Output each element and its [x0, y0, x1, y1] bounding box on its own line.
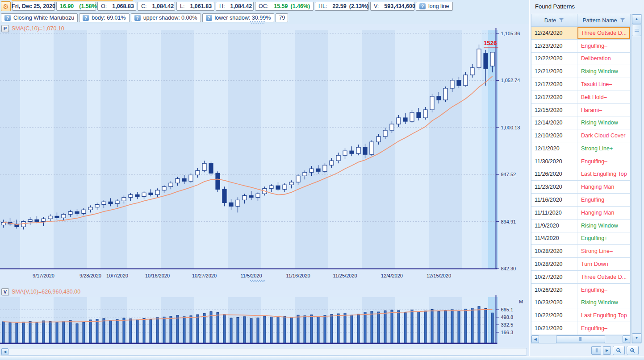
- pattern-row[interactable]: 10/28/2020Turn Down: [531, 258, 630, 271]
- pattern-name-cell[interactable]: Rising Window: [577, 65, 630, 78]
- scroll-left-button[interactable]: ◀: [1, 348, 8, 355]
- pattern-row[interactable]: 10/23/2020Rising Window: [531, 296, 630, 309]
- pattern-row[interactable]: 12/24/2020Three Outside D...: [531, 27, 630, 40]
- pattern-date-cell[interactable]: 11/11/2020: [531, 207, 577, 219]
- pattern-date-cell[interactable]: 12/17/2020: [531, 78, 577, 91]
- pattern-date-cell[interactable]: 12/10/2020: [531, 129, 577, 142]
- pattern-name-cell[interactable]: Rising Window: [577, 116, 630, 129]
- pattern-row[interactable]: 12/10/2020Dark Cloud Cover: [531, 129, 630, 142]
- pattern-row[interactable]: 10/22/2020Last Engulfing Top: [531, 309, 630, 322]
- help-icon[interactable]: ?: [206, 15, 212, 21]
- pattern-row[interactable]: 12/14/2020Rising Window: [531, 116, 630, 129]
- volume-pane-button[interactable]: V: [1, 288, 9, 295]
- pattern-name-cell[interactable]: Engulfing–: [577, 322, 630, 335]
- mini-scroll-right-button[interactable]: ▶: [603, 346, 611, 355]
- pattern-row[interactable]: 11/16/2020Engulfing–: [531, 194, 630, 207]
- pattern-date-cell[interactable]: 12/24/2020: [531, 27, 577, 39]
- pattern-row[interactable]: 12/23/2020Engulfing–: [531, 40, 630, 53]
- pattern-row[interactable]: 12/17/2020Tasuki Line–: [531, 78, 630, 91]
- pattern-name-cell[interactable]: Last Engulfing Top: [577, 168, 630, 181]
- scroll-left-button[interactable]: ◀: [531, 335, 539, 343]
- pattern-row[interactable]: 10/27/2020Three Outside D...: [531, 271, 630, 284]
- pattern-name-cell[interactable]: Engulfing–: [577, 40, 630, 52]
- pattern-name-cell[interactable]: Turn Down: [577, 258, 630, 270]
- pattern-date-cell[interactable]: 12/15/2020: [531, 104, 577, 116]
- horizontal-scroll-track[interactable]: [539, 335, 623, 343]
- pattern-name-cell[interactable]: Tasuki Line–: [577, 78, 630, 91]
- pattern-row[interactable]: 11/26/2020Last Engulfing Top: [531, 168, 630, 181]
- price-volume-chart[interactable]: 1,105.361,052.741,000.13947.52894.91842.…: [0, 24, 529, 356]
- pattern-row[interactable]: 12/15/2020Harami–: [531, 104, 630, 117]
- pattern-date-cell[interactable]: 12/1/2020: [531, 142, 577, 155]
- pattern-date-cell[interactable]: 12/17/2020: [531, 91, 577, 103]
- pattern-date-cell[interactable]: 11/4/2020: [531, 232, 577, 245]
- scroll-down-button[interactable]: ▼: [632, 333, 641, 343]
- pattern-date-cell[interactable]: 11/30/2020: [531, 155, 577, 168]
- help-icon[interactable]: ?: [419, 3, 426, 9]
- help-icon[interactable]: ?: [134, 15, 141, 21]
- pattern-date-cell[interactable]: 10/28/2020: [531, 258, 577, 270]
- pattern-date-cell[interactable]: 11/26/2020: [531, 168, 577, 181]
- pattern-row[interactable]: 12/17/2020Belt Hold–: [531, 91, 630, 104]
- pattern-row[interactable]: 11/4/2020Engulfing+: [531, 232, 630, 245]
- pattern-row[interactable]: 12/21/2020Rising Window: [531, 65, 630, 78]
- settings-button[interactable]: ⚙: [1, 1, 11, 11]
- pattern-row[interactable]: 11/30/2020Engulfing–: [531, 155, 630, 168]
- pattern-name-cell[interactable]: Deliberation: [577, 53, 630, 65]
- vertical-scroll-track[interactable]: [632, 37, 641, 333]
- pattern-name-cell[interactable]: Rising Window: [577, 219, 630, 232]
- pattern-name-cell[interactable]: Strong Line+: [577, 142, 630, 155]
- pattern-name-cell[interactable]: Engulfing–: [577, 284, 630, 296]
- pattern-name-cell[interactable]: Hanging Man: [577, 207, 630, 219]
- zoom-in-button[interactable]: [627, 346, 639, 355]
- pattern-date-cell[interactable]: 10/22/2020: [531, 309, 577, 322]
- pattern-date-cell[interactable]: 12/23/2020: [531, 40, 577, 52]
- filter-icon[interactable]: [620, 18, 625, 23]
- pattern-name-cell[interactable]: Rising Window: [577, 296, 630, 309]
- horizontal-scroll-thumb[interactable]: [556, 335, 605, 343]
- column-header-pattern-name[interactable]: Pattern Name: [577, 14, 630, 26]
- pattern-date-cell[interactable]: 11/16/2020: [531, 194, 577, 206]
- pattern-date-cell[interactable]: 12/21/2020: [531, 65, 577, 78]
- help-icon[interactable]: ?: [83, 15, 89, 21]
- pattern-row[interactable]: 10/26/2020Engulfing–: [531, 284, 630, 297]
- pattern-name-cell[interactable]: Three Outside D...: [577, 27, 630, 39]
- pattern-date-cell[interactable]: 10/27/2020: [531, 271, 577, 283]
- pattern-date-cell[interactable]: 11/9/2020: [531, 219, 577, 232]
- pattern-date-cell[interactable]: 10/26/2020: [531, 284, 577, 296]
- pattern-date-cell[interactable]: 12/22/2020: [531, 53, 577, 65]
- pattern-name-cell[interactable]: Last Engulfing Top: [577, 309, 630, 322]
- patterns-vertical-scrollbar[interactable]: ▲ ▼: [631, 14, 642, 343]
- vertical-scroll-thumb[interactable]: [632, 25, 641, 36]
- zoom-out-button[interactable]: [613, 346, 625, 355]
- pattern-name-cell[interactable]: Hanging Man: [577, 181, 630, 193]
- pattern-row[interactable]: 10/21/2020Engulfing–: [531, 322, 630, 335]
- help-icon[interactable]: ?: [4, 15, 11, 21]
- pattern-row[interactable]: 10/28/2020Strong Line–: [531, 245, 630, 258]
- pattern-date-cell[interactable]: 10/23/2020: [531, 296, 577, 309]
- price-pane-button[interactable]: P: [1, 25, 9, 32]
- pattern-row[interactable]: 12/1/2020Strong Line+: [531, 142, 630, 155]
- pattern-name-cell[interactable]: Belt Hold–: [577, 91, 630, 103]
- column-header-date[interactable]: Date: [531, 14, 577, 26]
- patterns-horizontal-scrollbar[interactable]: ◀ ▶: [531, 335, 631, 343]
- scroll-up-button[interactable]: ▲: [632, 14, 641, 24]
- pattern-row[interactable]: 11/9/2020Rising Window: [531, 219, 630, 232]
- pattern-name-cell[interactable]: Dark Cloud Cover: [577, 129, 630, 142]
- pattern-date-cell[interactable]: 10/28/2020: [531, 245, 577, 257]
- pattern-row[interactable]: 11/11/2020Hanging Man: [531, 207, 630, 219]
- pattern-name-cell[interactable]: Engulfing+: [577, 232, 630, 245]
- pattern-date-cell[interactable]: 12/14/2020: [531, 116, 577, 129]
- splitter-grip-icon[interactable]: [250, 280, 265, 282]
- pattern-date-cell[interactable]: 11/23/2020: [531, 181, 577, 193]
- chart-horizontal-scrollbar[interactable]: ◀: [1, 348, 527, 356]
- pattern-row[interactable]: 12/22/2020Deliberation: [531, 53, 630, 66]
- pattern-name-cell[interactable]: Harami–: [577, 104, 630, 116]
- pattern-name-cell[interactable]: Three Outside D...: [577, 271, 630, 283]
- filter-icon[interactable]: [559, 18, 564, 23]
- pattern-row[interactable]: 11/23/2020Hanging Man: [531, 181, 630, 194]
- pattern-date-cell[interactable]: 10/21/2020: [531, 322, 577, 335]
- pattern-name-cell[interactable]: Engulfing–: [577, 194, 630, 206]
- scroll-right-button[interactable]: ▶: [623, 335, 630, 343]
- mini-scroll-thumb[interactable]: [591, 346, 601, 355]
